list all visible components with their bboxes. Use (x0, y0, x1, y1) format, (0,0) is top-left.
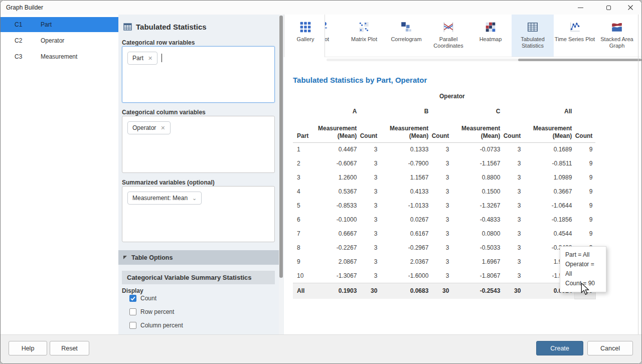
collapse-triangle-icon (123, 255, 127, 260)
tooltip-line: Operator = All (565, 260, 601, 279)
gallery-item-label: e Plot (325, 36, 329, 43)
sidebar-item-measurement[interactable]: C3Measurement (1, 49, 118, 64)
config-scrollbar[interactable] (279, 15, 283, 334)
measurement-mean-header: Measurement(Mean) (308, 120, 360, 142)
variable-chip-part[interactable]: Part✕ (127, 52, 157, 65)
count-header: Count (575, 120, 595, 142)
maximize-button[interactable] (598, 1, 618, 15)
column-name: Measurement (41, 53, 77, 60)
column-id: C3 (15, 53, 22, 60)
gallery-item-gallery[interactable]: Gallery (284, 15, 327, 57)
count-header: Count (431, 120, 452, 142)
summarized-variables-box[interactable]: Measurement: Mean⌄ (122, 186, 275, 242)
minimize-button[interactable] (570, 1, 590, 15)
parallel-coordinates-icon (442, 21, 454, 34)
chip-label: Part (132, 55, 143, 62)
config-panel-title-text: Tabulated Statistics (136, 23, 207, 31)
group-header-c: C (452, 103, 503, 120)
checkbox-checked-icon[interactable] (129, 295, 136, 302)
checkbox-row-column-percent[interactable]: Column percent (129, 321, 183, 329)
variable-chip-measurement-mean[interactable]: Measurement: Mean⌄ (127, 192, 202, 205)
cancel-button[interactable]: Cancel (587, 341, 633, 355)
measurement-mean-header: Measurement(Mean) (380, 120, 431, 142)
row-variables-label: Categorical row variables (122, 39, 195, 46)
checkbox-unchecked-icon[interactable] (129, 308, 136, 315)
table-row-part-2: 2-0.60673-0.79003-1.15673-0.85119 (293, 156, 595, 170)
count-header: Count (503, 120, 524, 142)
correlogram-icon (400, 21, 412, 34)
graph-builder-window: Graph Builder C1PartC2OperatorC3Measurem… (0, 0, 642, 364)
gallery-grid-icon (299, 21, 311, 34)
column-name: Part (41, 21, 52, 28)
gallery-item-stacked-area-graph[interactable]: Stacked Area Graph (596, 15, 638, 57)
row-variables-box[interactable]: Part✕ (122, 46, 275, 103)
reset-button[interactable]: Reset (50, 341, 89, 355)
table-row-part-6: 6-0.100030.02673-0.48333-0.18569 (293, 213, 595, 227)
column-name: Operator (41, 37, 64, 44)
sidebar-item-part[interactable]: C1Part (1, 17, 118, 32)
time-series-plot-icon (569, 21, 581, 34)
sidebar: C1PartC2OperatorC3Measurement (1, 15, 118, 334)
column-variables-box[interactable]: Operator✕ (122, 116, 275, 173)
group-header-b: B (380, 103, 431, 120)
heatmap-icon (485, 21, 497, 34)
stats-table-container: OperatorABCAllPartMeasurement(Mean)Count… (293, 90, 595, 299)
summarized-chips: Measurement: Mean⌄ (127, 192, 202, 200)
chevron-down-icon[interactable]: ⌄ (192, 195, 197, 202)
gallery-item-correlogram[interactable]: Correlogram (385, 15, 427, 57)
table-row-part-8: 8-0.22673-0.29673-0.50333-0.34229 (293, 241, 595, 255)
gallery-item-e-plot[interactable]: e Plot (325, 15, 343, 57)
gallery-item-label: Tabulated Statistics (512, 36, 554, 49)
help-button[interactable]: Help (9, 341, 47, 355)
remove-icon[interactable]: ✕ (160, 125, 165, 131)
footer-bar: Help Reset Create Cancel (1, 334, 642, 364)
gallery-scrollbar[interactable] (327, 59, 641, 61)
row-chips: Part✕ (127, 52, 157, 60)
tabulated-statistics-icon (527, 21, 539, 34)
table-options-header[interactable]: Table Options (118, 250, 279, 265)
checkbox-label: Column percent (140, 322, 183, 329)
gallery-item-heatmap[interactable]: Heatmap (469, 15, 512, 57)
chip-label: Measurement: Mean (132, 195, 188, 202)
sidebar-item-operator[interactable]: C2Operator (1, 33, 118, 48)
minimize-icon (578, 8, 583, 8)
checkbox-row-count[interactable]: Count (129, 294, 183, 302)
checkbox-row-row-percent[interactable]: Row percent (129, 308, 183, 316)
gallery-item-time-series-plot[interactable]: Time Series Plot (554, 15, 596, 57)
create-button[interactable]: Create (536, 341, 583, 355)
gallery-item-label: Correlogram (391, 36, 421, 43)
summary-statistics-header: Categorical Variable Summary Statistics (122, 271, 275, 284)
line-plot-icon (325, 21, 328, 34)
group-header-all: All (524, 103, 575, 120)
table-row-part-10: 10-1.30673-1.60003-1.80673-1.57119 (293, 269, 595, 283)
display-label: Display (122, 287, 143, 294)
gallery-item-label: Stacked Area Graph (596, 36, 638, 49)
config-panel-title: Tabulated Statistics (123, 23, 207, 31)
gallery-strip: e PlotMatrix PlotCorrelogramParallel Coo… (325, 15, 642, 57)
close-button[interactable] (620, 1, 640, 15)
panel-edge-divider (638, 15, 638, 334)
row-dimension-header: Part (293, 120, 308, 142)
maximize-icon (606, 6, 611, 10)
table-row-part-all: All0.1903300.068330-0.2543300.001490 (293, 283, 595, 299)
gallery-fixed-item: Gallery (284, 15, 325, 57)
measurement-mean-header: Measurement(Mean) (524, 120, 575, 142)
table-row-part-4: 40.536730.413330.150030.36679 (293, 185, 595, 199)
gallery-scrollbar-thumb[interactable] (518, 59, 641, 61)
variable-chip-operator[interactable]: Operator✕ (127, 121, 171, 134)
checkbox-unchecked-icon[interactable] (129, 322, 136, 329)
sidebar-column-list: C1PartC2OperatorC3Measurement (1, 15, 118, 64)
gallery-item-label: Matrix Plot (351, 36, 377, 43)
gallery-item-parallel-coordinates[interactable]: Parallel Coordinates (427, 15, 469, 57)
matrix-plot-icon (358, 21, 370, 34)
tooltip-line: Part = All (565, 250, 601, 260)
remove-icon[interactable]: ✕ (148, 55, 152, 62)
gallery-item-label: Time Series Plot (555, 36, 595, 43)
config-scrollbar-thumb[interactable] (279, 16, 283, 278)
column-variables-label: Categorical column variables (122, 109, 206, 116)
column-id: C2 (15, 37, 22, 44)
gallery-item-label: Parallel Coordinates (427, 36, 469, 49)
gallery-item-matrix-plot[interactable]: Matrix Plot (343, 15, 385, 57)
gallery-item-tabulated-statistics[interactable]: Tabulated Statistics (512, 15, 554, 57)
display-options-list: CountRow percentColumn percent (129, 294, 183, 335)
